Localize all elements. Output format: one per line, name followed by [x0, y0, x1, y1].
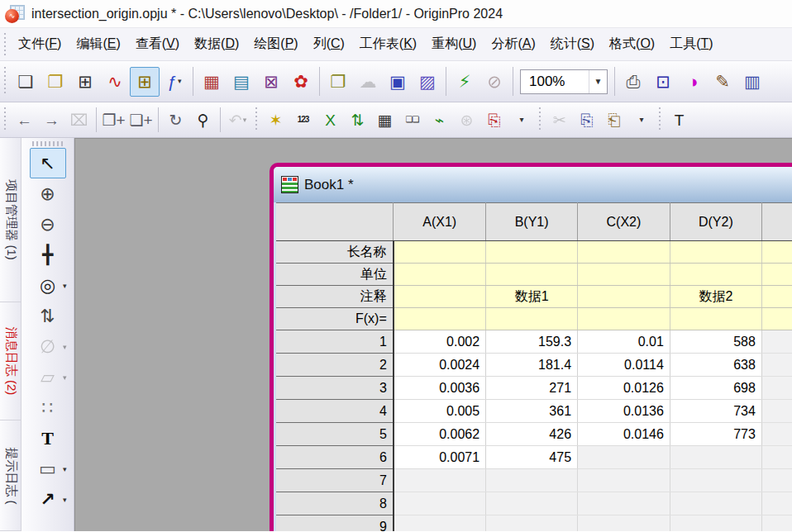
column-header-c[interactable]: C(X2): [578, 203, 670, 241]
cell[interactable]: [394, 492, 486, 515]
screen-reader-tool-icon[interactable]: ╋: [30, 240, 66, 270]
cell[interactable]: [761, 264, 792, 286]
cell[interactable]: 0.0071: [394, 446, 486, 469]
cell[interactable]: 数据1: [486, 286, 578, 308]
dropdown-arrow-icon[interactable]: ▾: [178, 78, 182, 85]
row-number-cell[interactable]: 2: [276, 354, 394, 377]
slide-show-icon[interactable]: ⊡: [648, 67, 678, 97]
pointer-tool-icon[interactable]: ↖: [30, 148, 66, 178]
add-folder-icon[interactable]: ❐+: [100, 107, 127, 133]
column-header-a[interactable]: A(X1): [394, 203, 486, 241]
dropdown-arrow-icon[interactable]: ▾: [63, 496, 67, 504]
row-number-cell[interactable]: 6: [276, 446, 394, 469]
new-workbook-icon[interactable]: ⊞: [70, 67, 100, 97]
menu-u[interactable]: 重构(U): [424, 32, 484, 56]
toolbar-grip[interactable]: [537, 107, 543, 131]
reimport-direct-icon[interactable]: ▦: [371, 107, 398, 133]
corner-header-cell[interactable]: [276, 203, 394, 241]
clone-import-icon[interactable]: ⎘: [480, 107, 508, 133]
cell[interactable]: [394, 515, 486, 532]
cell[interactable]: [761, 423, 792, 446]
cell[interactable]: 271: [486, 377, 578, 400]
cell[interactable]: 588: [670, 330, 761, 354]
add-subfolder-icon[interactable]: ❏+: [127, 107, 155, 133]
new-matrix-icon[interactable]: ⊠: [256, 67, 286, 97]
pin-window-icon[interactable]: ⚲: [189, 107, 217, 133]
menu-k[interactable]: 工作表(K): [352, 32, 424, 56]
print-icon[interactable]: ⎙: [618, 67, 648, 97]
dropdown-arrow-icon[interactable]: ▾: [63, 282, 67, 290]
zoom-out-tool-icon[interactable]: ⊖: [30, 209, 66, 240]
row-number-cell[interactable]: 3: [276, 377, 394, 400]
menubar-grip[interactable]: [2, 33, 8, 55]
zoom-in-tool-icon[interactable]: ⊕: [30, 178, 66, 209]
cell[interactable]: [486, 241, 578, 264]
import-excel-icon[interactable]: X: [317, 107, 344, 133]
new-notes-icon[interactable]: ▤: [227, 67, 256, 97]
cell[interactable]: 0.0062: [394, 423, 486, 446]
data-selector-tool-icon[interactable]: ⇅: [30, 301, 66, 331]
cell[interactable]: [761, 330, 792, 354]
cell[interactable]: 0.0024: [394, 354, 486, 377]
cell[interactable]: [761, 308, 792, 330]
cell[interactable]: 0.01: [578, 330, 670, 354]
cell[interactable]: [578, 264, 670, 286]
cell[interactable]: [578, 286, 670, 308]
row-label-cell[interactable]: 单位: [276, 264, 394, 286]
reimport-icon[interactable]: ⇅: [344, 107, 371, 133]
cell[interactable]: 0.0146: [578, 423, 670, 446]
cell[interactable]: [578, 308, 670, 330]
menu-o[interactable]: 格式(O): [602, 32, 662, 56]
dropdown-arrow-icon[interactable]: ▾: [243, 116, 247, 124]
cell[interactable]: [670, 515, 761, 532]
row-label-cell[interactable]: 长名称: [276, 241, 394, 264]
arrow-tool-icon[interactable]: ↗▾: [30, 484, 66, 515]
row-number-cell[interactable]: 9: [276, 515, 394, 532]
cell[interactable]: [578, 515, 670, 532]
data-connector-icon[interactable]: ⌁: [426, 107, 453, 133]
cell[interactable]: 773: [670, 423, 761, 446]
column-header-extra[interactable]: [761, 203, 792, 241]
tab-hint-log[interactable]: 提示日志 (: [0, 420, 21, 531]
dropdown-arrow-icon[interactable]: ▾: [63, 465, 67, 473]
toolbar-grip[interactable]: [657, 107, 663, 131]
cell[interactable]: 0.0126: [578, 377, 670, 400]
menu-d[interactable]: 数据(D): [187, 32, 246, 56]
row-number-cell[interactable]: 5: [276, 423, 394, 446]
new-project-icon[interactable]: ❏: [11, 67, 41, 97]
stop-execution-icon[interactable]: ⊘: [479, 67, 509, 97]
cell[interactable]: 698: [670, 377, 761, 400]
cell[interactable]: 181.4: [486, 354, 578, 377]
cell[interactable]: 数据2: [670, 286, 761, 308]
format-text-icon[interactable]: T: [666, 107, 693, 133]
workbook-window[interactable]: Book1 * A(X1)B(Y1)C(X2)D(Y2)长名称单位注释数据1数据…: [270, 163, 792, 531]
cell[interactable]: [761, 241, 792, 264]
forward-arrow-icon[interactable]: →: [38, 107, 65, 133]
new-layout-icon[interactable]: ▦: [197, 67, 227, 97]
edit-overflow-icon[interactable]: ▾: [627, 107, 655, 133]
web-connector-icon[interactable]: ⊛: [453, 107, 480, 133]
open-icon[interactable]: ❐: [41, 67, 70, 97]
cell[interactable]: [578, 469, 670, 492]
cloud-download-icon[interactable]: ☁: [353, 67, 383, 97]
cell[interactable]: [761, 492, 792, 515]
cell[interactable]: [578, 241, 670, 264]
cell[interactable]: [486, 515, 578, 532]
cell[interactable]: 0.0136: [578, 400, 670, 423]
cell[interactable]: [394, 241, 486, 264]
menu-s[interactable]: 统计(S): [543, 32, 602, 56]
undo-icon[interactable]: ↶▾: [224, 107, 251, 133]
cell[interactable]: [761, 377, 792, 400]
new-image-icon[interactable]: ✿: [286, 67, 316, 97]
cell[interactable]: [761, 515, 792, 532]
workbook-title-bar[interactable]: Book1 *: [274, 167, 792, 202]
mask-region-tool-icon[interactable]: ▱▾: [30, 362, 66, 392]
cell[interactable]: [670, 308, 761, 330]
rectangle-tool-icon[interactable]: ▭▾: [30, 454, 66, 484]
cell[interactable]: [394, 469, 486, 492]
save-project-icon[interactable]: ▣: [383, 67, 413, 97]
cell[interactable]: [670, 264, 761, 286]
cell[interactable]: [486, 264, 578, 286]
cell[interactable]: 361: [486, 400, 578, 423]
import-ascii-icon[interactable]: 123: [289, 107, 317, 133]
